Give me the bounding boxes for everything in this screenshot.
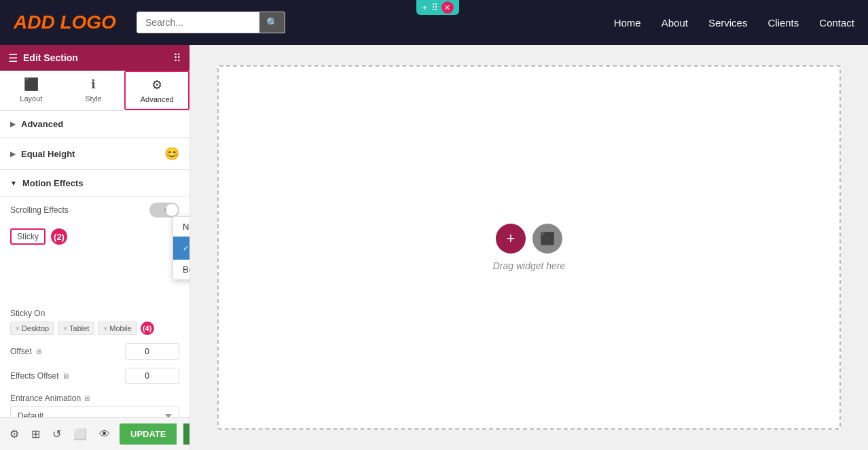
grid-icon[interactable]: ⠿ — [173, 52, 181, 65]
top-navigation: ADD LOGO 🔍 Home About Services Clients C… — [0, 0, 868, 45]
panel-tabs: ⬛ Layout ℹ Style ⚙ Advanced — [0, 71, 189, 111]
advanced-section-header[interactable]: ▶ Advanced — [0, 111, 189, 138]
nav-clients[interactable]: Clients — [767, 17, 799, 29]
sticky-tag-desktop[interactable]: × Desktop — [10, 322, 54, 335]
sticky-on-row: Sticky On × Desktop × Tablet × Mobile — [0, 305, 189, 339]
offset-input[interactable] — [125, 343, 179, 360]
tab-style[interactable]: ℹ Style — [62, 71, 125, 110]
site-logo: ADD LOGO — [14, 12, 116, 33]
entrance-animation-label: Entrance Animation 🖥 — [10, 394, 179, 403]
layers-icon-btn[interactable]: ⊞ — [29, 425, 43, 443]
nav-links: Home About Services Clients Contact — [614, 17, 854, 29]
history-icon-btn[interactable]: ↺ — [50, 425, 64, 443]
settings-icon-btn[interactable]: ⚙ — [7, 425, 22, 443]
tab-advanced[interactable]: ⚙ Advanced — [124, 71, 189, 110]
annotation-4-callout: (4) — [141, 322, 154, 335]
nav-services[interactable]: Services — [708, 17, 748, 29]
search-button[interactable]: 🔍 — [259, 12, 285, 33]
nav-home[interactable]: Home — [614, 17, 641, 29]
entrance-animation-row: Entrance Animation 🖥 Default None Fade I… — [0, 388, 189, 417]
effects-offset-device-icon: 🖥 — [62, 372, 69, 380]
tag-x-mobile[interactable]: × — [103, 325, 107, 332]
hamburger-icon[interactable]: ☰ — [8, 52, 18, 65]
motion-effects-section: ▼ Motion Effects Scrolling Effects OFF S… — [0, 170, 189, 417]
panel-title: Edit Section — [23, 52, 78, 63]
widget-move-icon[interactable]: ⠿ — [431, 2, 438, 13]
offset-label: Offset 🖥 — [10, 347, 42, 356]
dropdown-bottom[interactable]: Bottom — [173, 260, 189, 279]
preview-drag-hint: Drag widget here — [493, 260, 566, 271]
dropdown-bottom-label: Bottom — [183, 264, 189, 275]
tab-style-label: Style — [85, 94, 101, 103]
effects-offset-input[interactable] — [125, 368, 179, 384]
dropdown-check-icon: ✓ — [183, 244, 189, 253]
dropdown-none[interactable]: None — [173, 217, 189, 237]
entrance-animation-select[interactable]: Default None Fade In — [10, 406, 179, 417]
widget-add-icon[interactable]: + — [422, 2, 427, 13]
tag-x-desktop[interactable]: × — [16, 325, 20, 332]
toggle-knob — [166, 204, 178, 216]
tag-mobile-label: Mobile — [109, 324, 131, 332]
annotation-2-callout: (2) — [51, 228, 67, 245]
layout-icon: ⬛ — [24, 77, 39, 92]
scrolling-effects-toggle[interactable]: OFF — [149, 203, 179, 218]
preview-icon-btn[interactable]: 👁 — [96, 426, 113, 443]
sticky-tags: × Desktop × Tablet × Mobile (4) — [10, 322, 179, 335]
effects-offset-label: Effects Offset 🖥 — [10, 371, 69, 381]
search-input[interactable] — [137, 13, 259, 32]
left-panel: ☰ Edit Section ⠿ ⬛ Layout ℹ Style ⚙ Adva… — [0, 45, 190, 450]
tab-layout-label: Layout — [20, 94, 42, 103]
panel-sections[interactable]: ▶ Advanced ▶ Equal Height 😊 ▼ Motion Eff… — [0, 111, 189, 417]
tag-desktop-label: Desktop — [22, 324, 49, 332]
bottom-toolbar: ⚙ ⊞ ↺ ⬜ 👁 UPDATE ▲ — [0, 417, 189, 450]
tag-tablet-label: Tablet — [69, 324, 89, 332]
elementor-widget-bar: + ⠿ × — [416, 0, 458, 15]
preview-folder-button[interactable]: ⬛ — [532, 224, 562, 254]
advanced-chevron-icon: ▶ — [10, 120, 16, 128]
right-area: + ⬛ Drag widget here — [190, 45, 868, 450]
sticky-label: Sticky — [10, 228, 46, 245]
tag-x-tablet[interactable]: × — [63, 325, 67, 332]
sticky-on-label: Sticky On — [10, 309, 179, 318]
main-area: ☰ Edit Section ⠿ ⬛ Layout ℹ Style ⚙ Adva… — [0, 45, 868, 450]
update-button[interactable]: UPDATE — [120, 423, 177, 445]
advanced-section-label: Advanced — [21, 119, 63, 129]
equal-height-chevron-icon: ▶ — [10, 150, 16, 158]
equal-height-section-label: Equal Height — [21, 149, 75, 159]
nav-about[interactable]: About — [662, 17, 688, 29]
panel-header-icons: ⠿ — [173, 52, 181, 65]
scrolling-effects-label: Scrolling Effects — [10, 205, 69, 215]
dropdown-none-label: None — [183, 222, 189, 232]
panel-header: ☰ Edit Section ⠿ — [0, 45, 189, 71]
motion-effects-header[interactable]: ▼ Motion Effects — [0, 170, 189, 197]
offset-device-icon: 🖥 — [35, 347, 42, 356]
preview-add-button[interactable]: + — [496, 224, 526, 254]
widget-close-icon[interactable]: × — [441, 1, 454, 14]
equal-height-section-header[interactable]: ▶ Equal Height 😊 — [0, 138, 189, 170]
sticky-dropdown-menu[interactable]: None ✓ Top (3) Bottom — [173, 216, 189, 280]
entrance-device-icon: 🖥 — [83, 394, 90, 402]
tab-layout[interactable]: ⬛ Layout — [0, 71, 62, 110]
tab-advanced-label: Advanced — [141, 95, 174, 103]
search-bar: 🔍 — [137, 12, 285, 33]
sticky-tag-tablet[interactable]: × Tablet — [58, 322, 94, 335]
nav-contact[interactable]: Contact — [819, 17, 854, 29]
equal-height-emoji-icon: 😊 — [164, 146, 179, 161]
sticky-row: Sticky (2) None ✓ Top (3) — [0, 223, 189, 250]
motion-effects-label: Motion Effects — [22, 178, 84, 188]
template-icon-btn[interactable]: ⬜ — [71, 425, 90, 443]
advanced-icon: ⚙ — [151, 77, 162, 92]
update-arrow-button[interactable]: ▲ — [183, 423, 190, 445]
preview-section: + ⬛ Drag widget here — [217, 65, 841, 430]
preview-buttons: + ⬛ — [496, 224, 562, 254]
motion-effects-chevron-icon: ▼ — [10, 179, 17, 187]
style-icon: ℹ — [91, 77, 96, 92]
effects-offset-row: Effects Offset 🖥 — [0, 364, 189, 388]
dropdown-top[interactable]: ✓ Top (3) — [173, 237, 189, 260]
scrolling-effects-row: Scrolling Effects OFF — [0, 197, 189, 223]
sticky-tag-mobile[interactable]: × Mobile — [98, 322, 137, 335]
offset-row: Offset 🖥 — [0, 339, 189, 364]
